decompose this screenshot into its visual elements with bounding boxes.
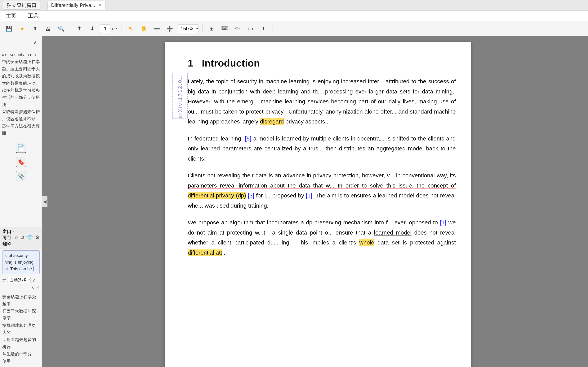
pages-icon-btn[interactable]: 📄	[16, 142, 26, 153]
hand-tool-button[interactable]: ✋	[138, 24, 149, 34]
highlight-dp: differential privacy (dp)	[188, 192, 246, 199]
page-sep: /	[112, 26, 113, 32]
collapse-panel-btn[interactable]: ∧	[31, 285, 34, 290]
translate-dropdown-icon[interactable]: ∨	[32, 278, 35, 283]
text-tool-button[interactable]: T	[258, 24, 269, 34]
attachment-icon-btn[interactable]: 📎	[16, 171, 26, 181]
menu-bar: 主页 工具	[0, 11, 588, 21]
footnote-divider	[188, 367, 241, 367]
grid-view-button[interactable]: ⊞	[206, 24, 217, 34]
panel-ctrl-btns: ∧ ✕	[0, 284, 42, 291]
page-navigation: / 7	[100, 25, 118, 33]
layers-icon[interactable]: ⧉	[21, 234, 25, 241]
ref-1: [1]	[306, 192, 312, 199]
toolbar: 💾 ★ ⬆ 🖨 🔍 ⬆ ⬇ / 7 ↖ ✋ ➖ ➕ 50% 75%	[0, 21, 588, 36]
menu-tools[interactable]: 工具	[26, 11, 41, 21]
zoom-select[interactable]: 50% 75% 100% 125% 150% 175% 200%	[178, 25, 199, 33]
more-button[interactable]: ···	[277, 24, 287, 34]
bookmark-icon-btn[interactable]: 🔖	[16, 157, 26, 167]
highlight-differential-att: differential att	[188, 250, 222, 256]
shirt-icon[interactable]: 👕	[27, 234, 33, 241]
section-title-text: Introduction	[202, 58, 260, 69]
left-top-panel: ∨ c of security in ma 中的安全话题正在享 题。这主要归因于…	[0, 36, 42, 227]
app-title-label: 独立查词窗口	[7, 2, 36, 8]
left-top-preview-text: c of security in ma 中的安全话题正在享 题。这主要归因于大 …	[0, 49, 42, 139]
close-panel-btn[interactable]: ✕	[36, 285, 40, 290]
left-top-header: ∨	[0, 36, 42, 49]
zoom-out-2-button[interactable]: ➖	[152, 24, 162, 34]
sidebar-collapse-button[interactable]: ◀	[42, 196, 47, 207]
edit-button[interactable]: ✏	[232, 24, 243, 34]
page-up-button[interactable]: ⬆	[74, 24, 84, 34]
pdf-viewer[interactable]: ◀ arXiv:1712.0... 1 Introduction Lately,…	[42, 36, 588, 367]
sidebar-icons: 📄 🔖 📎	[0, 139, 42, 185]
translate-select[interactable]: 自动选择 英译中 中译英	[7, 277, 31, 283]
bookmark-button[interactable]: ★	[17, 24, 27, 34]
text-cursor	[33, 266, 34, 271]
ref-5: [5]	[245, 135, 251, 142]
pdf-tab[interactable]: Differentially Priva... ✕	[47, 1, 105, 9]
highlight-learned-model: learned model	[374, 229, 412, 236]
ref-3: [3]	[248, 192, 254, 199]
app-tab-title: 独立查词窗口	[3, 1, 40, 9]
ref-1-2: [1]	[440, 219, 446, 225]
translate-toolbar: ⇄ 自动选择 英译中 中译英 ∨	[0, 276, 42, 284]
translation-panel-title: 窗口 · 可可翻译	[2, 228, 14, 247]
left-panel-area: ∨ c of security in ma 中的安全话题正在享 题。这主要归因于…	[0, 36, 42, 367]
cursor-tool-button[interactable]: ↖	[126, 24, 136, 34]
para3-sentence1: Clients not revealing their data is an a…	[188, 172, 456, 199]
star-icon[interactable]: ☆	[14, 234, 18, 241]
main-area: ∨ c of security in ma 中的安全话题正在享 题。这主要归因于…	[0, 36, 588, 367]
paragraph-2: In federated learning [5] a model is lea…	[188, 133, 456, 164]
rect-select-button[interactable]: ▭	[245, 24, 256, 34]
save-button[interactable]: 💾	[4, 24, 14, 34]
paragraph-4: We propose an algorithm that incorporate…	[188, 217, 456, 258]
collapse-top-panel-btn[interactable]: ∨	[30, 37, 40, 48]
print-button[interactable]: 🖨	[43, 24, 53, 34]
translation-panel-icons: ☆ ⧉ 👕 ⚙	[14, 234, 40, 241]
highlight-whole: whole	[359, 239, 374, 246]
paragraph-3: Clients not revealing their data is an a…	[188, 170, 456, 211]
zoom-out-button[interactable]: 🔍	[56, 24, 66, 34]
upload-button[interactable]: ⬆	[30, 24, 40, 34]
footnote-area: * Alternative e-mail adress: cyrusgeyer@…	[188, 363, 301, 367]
pdf-page: arXiv:1712.0... 1 Introduction Lately, t…	[165, 42, 471, 367]
pdf-tab-label: Differentially Priva...	[51, 2, 95, 8]
highlight-disregard: disregard	[260, 118, 284, 125]
translation-panel-header: 窗口 · 可可翻译 ☆ ⧉ 👕 ⚙	[0, 227, 42, 249]
section-title: 1 Introduction	[188, 57, 456, 69]
menu-home[interactable]: 主页	[4, 11, 18, 21]
toolbar-sep-2	[121, 25, 122, 33]
translate-arrow-icon: ⇄	[2, 278, 6, 283]
selected-text-area: ic of security ning is enjoying at. This…	[0, 249, 42, 276]
translation-panel: 窗口 · 可可翻译 ☆ ⧉ 👕 ⚙ ic of security ning is…	[0, 227, 42, 367]
translation-output: 安全话题正在享受越来 归因于大数据与深度学 挖掘创建和处理更大的 ，随着越来越多…	[0, 291, 42, 367]
toolbar-sep-4	[273, 25, 273, 33]
section-number: 1	[188, 58, 193, 69]
gear-icon[interactable]: ⚙	[35, 234, 40, 241]
toolbar-sep-1	[70, 25, 70, 33]
page-down-button[interactable]: ⬇	[87, 24, 97, 34]
keyboard-button[interactable]: ⌨	[219, 24, 230, 34]
tab-bar: 独立查词窗口 Differentially Priva... ✕	[0, 0, 588, 11]
zoom-in-button[interactable]: ➕	[164, 24, 175, 34]
tab-close-btn[interactable]: ✕	[98, 3, 102, 8]
para4-sentence1: We propose an algorithm that incorporate…	[188, 219, 395, 225]
page-number-input[interactable]	[100, 25, 111, 33]
paragraph-1: Lately, the topic of security in machine…	[188, 76, 456, 127]
arxiv-watermark: arXiv:1712.0...	[173, 73, 188, 118]
page-total: 7	[115, 26, 118, 32]
selected-text-box: ic of security ning is enjoying at. This…	[2, 250, 40, 274]
